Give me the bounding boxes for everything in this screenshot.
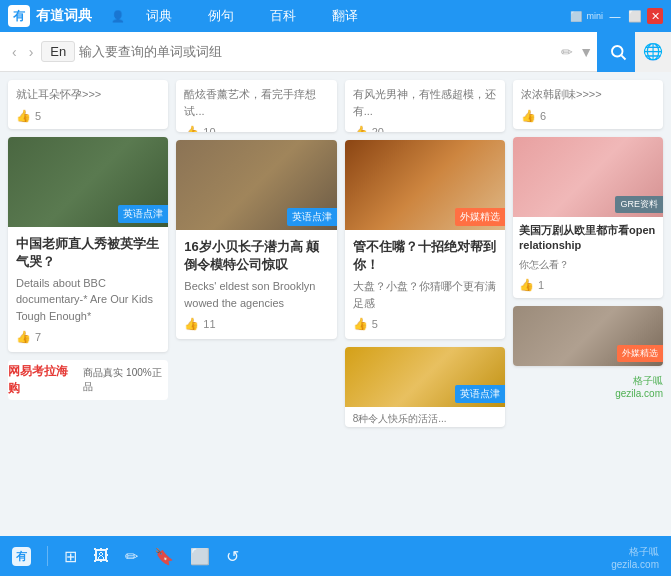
window-controls: ⬜ mini — ⬜ ✕ [570,8,663,24]
bottombar: 有 ⊞ 🖼 ✏ 🔖 ⬜ ↺ 格子呱 gezila.com [0,536,671,576]
ad-logo: 网易考拉海购 [8,363,77,397]
like-count-t3: 20 [372,126,384,132]
close-btn[interactable]: ✕ [647,8,663,24]
card-r1-image: GRE资料 [513,137,663,217]
card-r2-image: 外媒精选 [513,306,663,366]
user-icon[interactable]: 👤 [108,6,128,26]
dropdown-arrow[interactable]: ▼ [579,44,593,60]
search-icon [609,43,627,61]
like-icon-2: 👍 [184,317,199,331]
globe-button[interactable]: 🌐 [635,32,671,72]
top-card-1[interactable]: 就让耳朵怀孕>>> 👍 5 [8,80,168,129]
nav-bar: 词典 例句 百科 翻译 [128,0,570,32]
content-area: 就让耳朵怀孕>>> 👍 5 英语点津 中国老师直人秀被英学生气哭？ Detail… [0,72,671,536]
bottom-logo[interactable]: 有 [12,547,31,566]
top-card-2-text: 酷炫香薰艺术，看完手痒想试... [184,86,328,119]
searchbar: ‹ › En ✏ ▼ 🌐 [0,32,671,72]
card-r1-title: 美国万剧从欧里都市看open relationship [519,223,657,254]
card-1-title: 中国老师直人秀被英学生气哭？ [16,235,160,271]
bottom-image-icon[interactable]: 🖼 [93,547,109,565]
titlebar: 有 有道词典 👤 词典 例句 百科 翻译 ⬜ mini — ⬜ ✕ [0,0,671,32]
ad-banner[interactable]: 网易考拉海购 商品真实 100%正品 [8,360,168,400]
restore-btn[interactable]: ⬜ [627,8,643,24]
search-input-wrap [79,37,557,67]
language-selector[interactable]: En [41,41,75,62]
back-arrow[interactable]: ‹ [8,40,21,64]
like-icon-t3: 👍 [353,125,368,132]
card-3-subdesc: 大盘？小盘？你猜哪个更有满足感 [353,278,497,311]
like-icon-t4: 👍 [521,109,536,123]
forward-arrow[interactable]: › [25,40,38,64]
ad-text: 商品真实 100%正品 [83,366,168,394]
app-title: 有道词典 [36,7,92,25]
bottom-refresh-icon[interactable]: ↺ [226,547,239,566]
column-2: 酷炫香薰艺术，看完手痒想试... 👍 10 英语点津 16岁小贝长子潜力高 颠倒… [176,80,336,528]
like-count-2: 11 [203,318,215,330]
column-3: 有风光男神，有性感超模，还有... 👍 20 外媒精选 管不住嘴？十招绝对帮到你… [345,80,505,528]
card-r1-subdesc: 你怎么看？ [519,257,657,272]
divider-1 [47,546,48,566]
bottom-grid-icon[interactable]: ⊞ [64,547,77,566]
top-card-4-text: 浓浓韩剧味>>>> [521,86,655,103]
bottom-bookmark-icon[interactable]: 🔖 [154,547,174,566]
card-1-badge: 英语点津 [118,205,168,223]
svg-line-1 [621,55,625,59]
card-1-desc: Details about BBC documentary-* Are Our … [16,275,160,325]
article-card-right-1[interactable]: GRE资料 美国万剧从欧里都市看open relationship 你怎么看？ … [513,137,663,299]
dogs-text: 8种令人快乐的活活... [353,411,497,426]
top-card-4[interactable]: 浓浓韩剧味>>>> 👍 6 [513,80,663,129]
like-count-t2: 10 [203,126,215,132]
like-count: 5 [35,110,41,122]
pencil-icon[interactable]: ✏ [561,44,573,60]
like-icon-1: 👍 [16,330,31,344]
like-count-r1: 1 [538,279,544,291]
card-r1-badge: GRE资料 [615,196,663,213]
top-card-3[interactable]: 有风光男神，有性感超模，还有... 👍 20 [345,80,505,132]
bottom-pen-icon[interactable]: ✏ [125,547,138,566]
nav-cidian[interactable]: 词典 [128,0,190,32]
dogs-badge: 英语点津 [455,385,505,403]
watermark-url: gezila.com [513,388,663,399]
card-2-title: 16岁小贝长子潜力高 颠倒令模特公司惊叹 [184,238,328,274]
nav-fanyi[interactable]: 翻译 [314,0,376,32]
screen-icon[interactable]: ⬜ [570,11,582,22]
nav-juju[interactable]: 例句 [190,0,252,32]
column-4: 浓浓韩剧味>>>> 👍 6 GRE资料 美国万剧从欧里都市看open relat… [513,80,663,528]
like-count-1: 7 [35,331,41,343]
like-count-t4: 6 [540,110,546,122]
article-card-3[interactable]: 外媒精选 管不住嘴？十招绝对帮到你！ 大盘？小盘？你猜哪个更有满足感 👍 5 [345,140,505,339]
like-icon: 👍 [16,109,31,123]
article-card-right-2[interactable]: 外媒精选 [513,306,663,366]
watermark-text: 格子呱 [513,374,663,388]
article-card-2[interactable]: 英语点津 16岁小贝长子潜力高 颠倒令模特公司惊叹 Becks' eldest … [176,140,336,339]
search-tools: ✏ ▼ [561,44,593,60]
watermark: 格子呱 gezila.com [513,374,663,399]
watermark-bottom: 格子呱 [611,545,659,559]
svg-point-0 [612,46,623,57]
card-1-image: 英语点津 [8,137,168,227]
like-icon-r1: 👍 [519,278,534,292]
like-icon-t2: 👍 [184,125,199,132]
minimize-btn[interactable]: — [607,8,623,24]
like-icon-3: 👍 [353,317,368,331]
nav-baike[interactable]: 百科 [252,0,314,32]
card-3-title: 管不住嘴？十招绝对帮到你！ [353,238,497,274]
dogs-card-partial[interactable]: 英语点津 8种令人快乐的活活... [345,347,505,427]
top-card-1-text: 就让耳朵怀孕>>> [16,86,160,103]
mini-label[interactable]: mini [586,11,603,21]
card-2-badge: 英语点津 [287,208,337,226]
dogs-image: 英语点津 [345,347,505,407]
logo-text: 有 [13,8,25,25]
bottom-square-icon[interactable]: ⬜ [190,547,210,566]
like-count-3: 5 [372,318,378,330]
search-input[interactable] [79,37,557,67]
app-logo: 有 [8,5,30,27]
article-card-1[interactable]: 英语点津 中国老师直人秀被英学生气哭？ Details about BBC do… [8,137,168,353]
card-2-image: 英语点津 [176,140,336,230]
search-button[interactable] [597,32,639,72]
top-card-3-text: 有风光男神，有性感超模，还有... [353,86,497,119]
top-card-2[interactable]: 酷炫香薰艺术，看完手痒想试... 👍 10 [176,80,336,132]
card-2-desc: Becks' eldest son Brooklyn wowed the age… [184,278,328,311]
card-3-image: 外媒精选 [345,140,505,230]
card-r2-badge: 外媒精选 [617,345,663,362]
